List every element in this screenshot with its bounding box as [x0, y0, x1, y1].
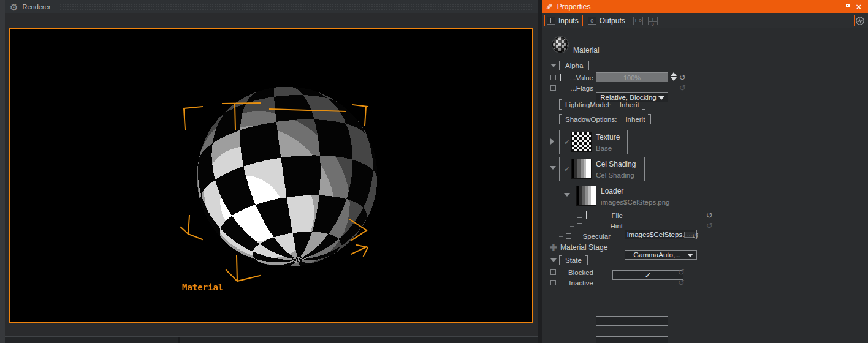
flags-label: ...Flags — [564, 85, 593, 92]
live-update-button[interactable] — [854, 15, 866, 26]
cel-bracket-left — [559, 157, 563, 181]
specular-checkbox-field[interactable]: ✓ — [612, 270, 683, 280]
shadow-options-label: ShadowOptions: — [565, 116, 617, 123]
panel-splitter[interactable] — [538, 0, 542, 343]
renderer-titlebar[interactable]: ⚙ Renderer — [5, 0, 538, 13]
gizmo-corner-top-left — [184, 107, 202, 129]
value-reset-button[interactable]: ↺ — [679, 74, 686, 81]
inactive-field[interactable]: – — [596, 336, 668, 343]
loader-group-title: Loader — [601, 187, 623, 195]
cel-enabled-check[interactable]: ✓ — [564, 165, 570, 173]
lighting-model-value: Inherit — [620, 101, 639, 108]
split-horizontal-button[interactable]: I0 — [647, 15, 659, 26]
texture-enabled-check[interactable]: ✓ — [564, 138, 570, 146]
state-collapse-icon[interactable] — [550, 258, 557, 262]
file-connector-dash — [570, 216, 574, 216]
loader-bracket-right — [668, 184, 671, 208]
chevron-down-icon — [658, 96, 664, 100]
split-vertical-button[interactable]: I0 — [632, 15, 644, 26]
tab-outputs[interactable]: 0 Outputs — [585, 15, 630, 26]
gizmo-corner-top-right — [352, 105, 368, 126]
gizmo-axis-top — [223, 103, 260, 130]
specular-expose-checkbox[interactable] — [566, 233, 571, 239]
loader-thumbnail — [576, 186, 596, 206]
material-node-icon — [552, 37, 568, 53]
alpha-collapse-icon[interactable] — [550, 64, 557, 67]
value-expose-checkbox[interactable] — [550, 75, 556, 80]
inactive-reset-button[interactable]: ↺ — [678, 279, 685, 287]
pin-button[interactable] — [842, 1, 853, 12]
titlebar-drag-texture[interactable] — [59, 3, 533, 10]
lighting-model-tag[interactable]: LightingModel: Inherit — [559, 99, 645, 110]
alpha-value-text: 100% — [623, 74, 641, 81]
loader-group-subtitle: images$CelSteps.png — [601, 198, 670, 206]
split-horizontal-icon: I0 — [648, 17, 658, 25]
file-input[interactable]: images$CelSteps.... ... — [625, 230, 697, 239]
file-reset-button[interactable]: ↺ — [706, 211, 713, 219]
renderer-panel: ⚙ Renderer Material — [5, 0, 538, 343]
chevron-down-icon — [687, 254, 693, 257]
bottom-panel-gap — [178, 337, 180, 343]
gear-icon: ⚙ — [10, 2, 18, 12]
specular-label: Specular — [574, 233, 611, 240]
tab-inputs[interactable]: Inputs — [544, 15, 583, 26]
hint-connector-dash — [570, 226, 574, 227]
inactive-expose-checkbox[interactable] — [550, 280, 556, 285]
value-label: ...Value — [564, 74, 593, 81]
selection-name-label: Material — [182, 282, 223, 292]
render-viewport[interactable]: Material — [9, 28, 533, 323]
file-expose-checkbox[interactable] — [577, 213, 582, 218]
material-stage-expand-icon[interactable]: ✚ — [550, 243, 557, 252]
texture-bracket-left — [559, 130, 563, 154]
material-stage-label[interactable]: Material Stage — [560, 243, 607, 252]
blocked-field[interactable]: – — [596, 316, 668, 326]
specular-connector-dash — [559, 236, 563, 237]
value-spinner[interactable] — [671, 72, 677, 81]
flags-expose-checkbox[interactable] — [550, 85, 556, 91]
cel-thumbnail — [571, 159, 592, 179]
bottom-panel-edge — [5, 337, 538, 343]
properties-titlebar[interactable]: ✎ Properties ✕ — [542, 0, 868, 13]
lighting-model-label: LightingModel: — [565, 101, 611, 108]
specular-check-icon: ✓ — [645, 271, 652, 280]
specular-reset-button[interactable]: ↺ — [692, 232, 699, 240]
outputs-icon: 0 — [588, 17, 596, 24]
hint-value: GammaAuto,... — [633, 251, 680, 258]
cel-group-subtitle: Cel Shading — [596, 172, 634, 179]
file-binding-bar — [586, 211, 587, 219]
file-label: File — [591, 212, 623, 219]
shadow-options-value: Inherit — [625, 116, 645, 123]
close-button[interactable]: ✕ — [853, 1, 864, 12]
hint-dropdown[interactable]: GammaAuto,... — [625, 250, 697, 260]
cel-collapse-icon[interactable] — [550, 166, 556, 170]
gizmo-arrow-right — [349, 219, 367, 240]
inputs-icon — [547, 17, 555, 24]
split-vertical-icon: I0 — [633, 17, 643, 25]
blocked-reset-button[interactable]: ↺ — [678, 268, 685, 276]
loader-collapse-icon[interactable] — [564, 193, 570, 197]
cel-bracket-right — [641, 157, 645, 181]
flags-reset-button[interactable]: ↺ — [679, 84, 686, 92]
texture-collapse-icon[interactable] — [550, 138, 554, 145]
inactive-value: – — [630, 337, 634, 343]
texture-thumbnail — [571, 132, 592, 152]
material-node-name: Material — [573, 46, 600, 55]
hint-reset-button[interactable]: ↺ — [706, 222, 713, 230]
shadow-options-tag[interactable]: ShadowOptions: Inherit — [559, 114, 651, 124]
blocked-expose-checkbox[interactable] — [550, 270, 556, 275]
pencil-icon: ✎ — [546, 2, 553, 11]
dock-edge-strip[interactable] — [0, 0, 5, 343]
properties-title: Properties — [557, 2, 591, 11]
file-value: images$CelSteps.... — [627, 231, 690, 238]
gizmo-corner-bottom-left — [181, 216, 202, 239]
gizmo-axis-bottom — [226, 256, 260, 281]
alpha-value-slider[interactable]: 100% — [596, 72, 668, 82]
pulse-icon — [855, 16, 865, 26]
selection-gizmo — [10, 29, 532, 322]
texture-group-title: Texture — [596, 133, 620, 141]
cel-group-title: Cel Shading — [596, 160, 636, 168]
hint-expose-checkbox[interactable] — [577, 223, 582, 228]
hint-label: Hint — [591, 222, 623, 230]
texture-group-subtitle: Base — [596, 145, 612, 152]
state-group-tag: State — [559, 255, 588, 265]
